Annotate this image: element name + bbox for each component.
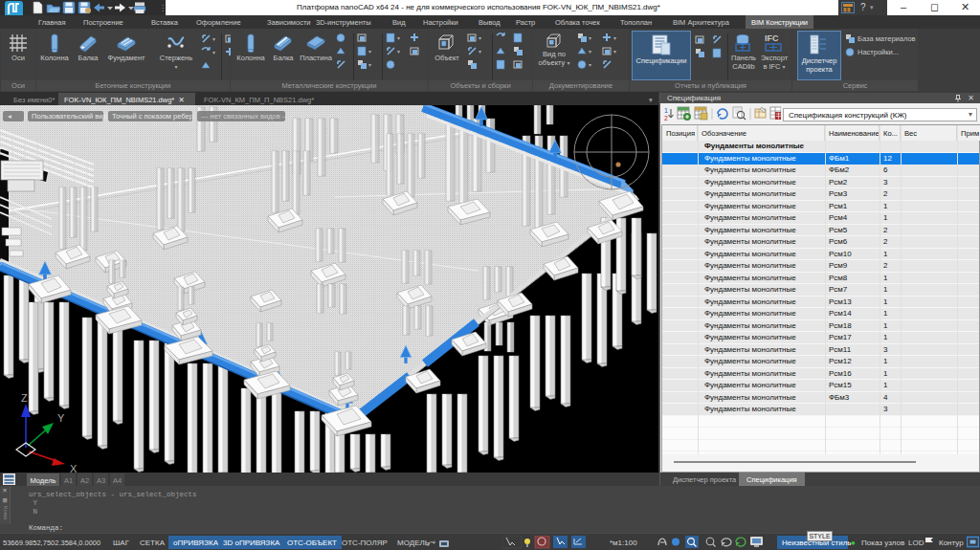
svg-text:◂: ◂ bbox=[8, 112, 11, 121]
svg-text:Z: Z bbox=[21, 392, 28, 404]
svg-text:1: 1 bbox=[664, 107, 668, 114]
svg-text:Точный с показом ребер: Точный с показом ребер bbox=[112, 112, 193, 121]
svg-text:X: X bbox=[70, 463, 78, 473]
svg-text:Пользовательский вид: Пользовательский вид bbox=[32, 112, 107, 121]
svg-text:2: 2 bbox=[664, 115, 668, 121]
svg-text:Y: Y bbox=[57, 412, 65, 424]
svg-text:--- нет связанных видов ---: --- нет связанных видов --- bbox=[201, 112, 290, 121]
svg-text:IFC: IFC bbox=[765, 33, 779, 43]
